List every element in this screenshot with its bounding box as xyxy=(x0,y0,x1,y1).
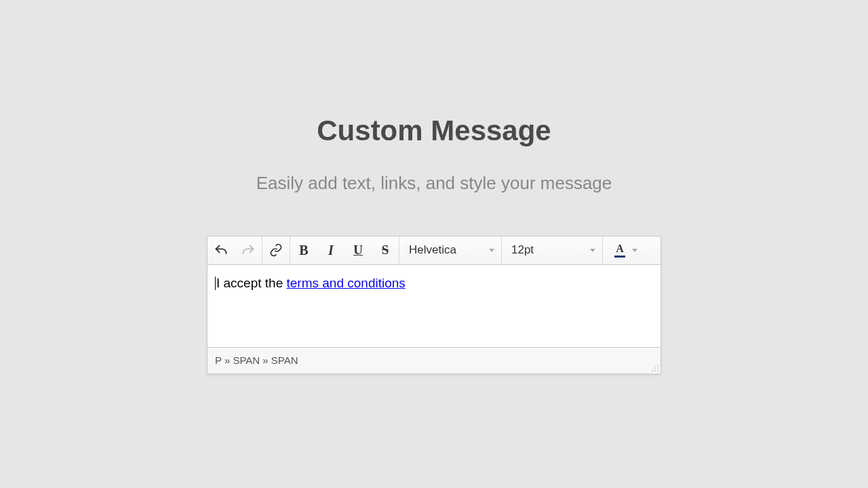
editor-container: Custom Message Easily add text, links, a… xyxy=(0,115,868,374)
text-color-button[interactable]: A xyxy=(603,237,649,264)
chevron-down-icon xyxy=(489,249,494,252)
editor-toolbar: B I U S Helvetica 1 xyxy=(208,237,660,265)
font-size-select[interactable]: 12pt xyxy=(502,237,602,264)
undo-button[interactable] xyxy=(208,237,235,264)
svg-point-0 xyxy=(657,365,658,366)
content-link[interactable]: terms and conditions xyxy=(287,276,406,290)
page-subtitle: Easily add text, links, and style your m… xyxy=(256,173,612,194)
strikethrough-button[interactable]: S xyxy=(372,237,399,264)
text-cursor xyxy=(215,277,216,290)
chevron-down-icon xyxy=(632,249,637,252)
underline-icon: U xyxy=(353,243,363,258)
link-button[interactable] xyxy=(262,237,290,264)
italic-icon: I xyxy=(328,243,334,258)
resize-icon xyxy=(651,364,659,372)
editor-status-bar: P » SPAN » SPAN xyxy=(208,348,660,373)
bold-icon: B xyxy=(299,243,308,258)
history-group xyxy=(208,237,262,264)
svg-point-3 xyxy=(657,370,658,371)
page-title: Custom Message xyxy=(317,115,551,147)
redo-icon xyxy=(241,243,255,257)
strikethrough-icon: S xyxy=(382,243,389,258)
undo-icon xyxy=(214,243,228,257)
bold-button[interactable]: B xyxy=(290,237,317,264)
redo-button[interactable] xyxy=(235,237,262,264)
svg-point-4 xyxy=(654,370,656,371)
text-color-group: A xyxy=(603,237,649,264)
svg-point-1 xyxy=(657,367,658,369)
text-color-letter: A xyxy=(616,243,624,254)
content-text: I accept the xyxy=(216,276,287,290)
link-group xyxy=(262,237,290,264)
text-color-indicator: A xyxy=(614,243,625,258)
svg-point-5 xyxy=(652,370,653,371)
font-size-group: 12pt xyxy=(502,237,603,264)
underline-button[interactable]: U xyxy=(344,237,372,264)
editor-content[interactable]: I accept the terms and conditions xyxy=(208,265,660,348)
svg-point-2 xyxy=(654,367,656,369)
chevron-down-icon xyxy=(590,249,595,252)
font-family-group: Helvetica xyxy=(399,237,502,264)
font-family-value: Helvetica xyxy=(409,243,456,257)
font-family-select[interactable]: Helvetica xyxy=(399,237,501,264)
resize-handle[interactable] xyxy=(651,364,659,372)
format-group: B I U S xyxy=(290,237,399,264)
link-icon xyxy=(269,243,283,257)
rich-text-editor: B I U S Helvetica 1 xyxy=(207,236,661,374)
text-color-bar xyxy=(614,256,625,258)
font-size-value: 12pt xyxy=(511,243,534,257)
element-path[interactable]: P » SPAN » SPAN xyxy=(215,354,298,366)
italic-button[interactable]: I xyxy=(317,237,344,264)
